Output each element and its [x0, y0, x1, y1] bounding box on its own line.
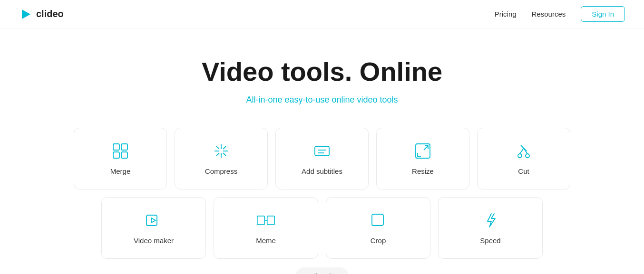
- tool-meme[interactable]: Meme: [214, 197, 318, 259]
- tool-compress[interactable]: Compress: [175, 128, 268, 189]
- tool-compress-label: Compress: [205, 167, 237, 175]
- cut-icon: [514, 142, 533, 161]
- svg-point-18: [518, 154, 522, 158]
- svg-line-20: [520, 148, 524, 154]
- all-tools-button[interactable]: All tools: [295, 267, 349, 274]
- resize-icon: [413, 142, 432, 161]
- tool-resize[interactable]: Resize: [376, 128, 469, 189]
- svg-line-9: [216, 146, 219, 149]
- tool-subtitles-label: Add subtitles: [302, 167, 342, 175]
- all-tools-wrap: All tools: [70, 267, 574, 274]
- logo[interactable]: clideo: [19, 8, 64, 21]
- svg-line-12: [216, 153, 219, 156]
- svg-line-10: [223, 153, 226, 156]
- svg-line-11: [223, 146, 226, 149]
- merge-icon: [111, 142, 130, 161]
- svg-marker-0: [22, 9, 30, 19]
- svg-rect-3: [113, 152, 119, 158]
- svg-rect-25: [257, 216, 264, 225]
- tool-add-subtitles[interactable]: Add subtitles: [275, 128, 369, 189]
- tools-row-1: Merge Compress: [70, 124, 574, 193]
- tools-row-2: Video maker Meme Crop: [70, 193, 574, 263]
- speed-icon: [481, 211, 500, 230]
- tool-speed-label: Speed: [480, 236, 500, 245]
- subtitles-icon: [312, 142, 332, 161]
- hero-section: Video tools. Online All-in-one easy-to-u…: [0, 28, 644, 124]
- svg-rect-2: [121, 144, 127, 150]
- svg-marker-24: [151, 218, 156, 223]
- svg-line-22: [521, 145, 527, 151]
- tool-resize-label: Resize: [412, 167, 434, 175]
- compress-icon: [212, 142, 231, 161]
- nav-pricing[interactable]: Pricing: [495, 10, 517, 18]
- svg-point-19: [526, 154, 529, 158]
- svg-rect-13: [315, 146, 329, 156]
- logo-icon: [19, 8, 32, 21]
- svg-rect-28: [372, 214, 383, 226]
- tool-crop-label: Crop: [371, 236, 386, 245]
- navbar: clideo Pricing Resources Sign In: [0, 0, 644, 28]
- logo-text: clideo: [36, 9, 64, 19]
- hero-title: Video tools. Online: [10, 57, 634, 86]
- tool-cut-label: Cut: [518, 167, 529, 175]
- hero-subtitle: All-in-one easy-to-use online video tool…: [10, 95, 634, 105]
- svg-rect-4: [121, 152, 127, 158]
- tool-merge-label: Merge: [110, 167, 131, 175]
- svg-rect-1: [113, 144, 119, 150]
- sign-in-button[interactable]: Sign In: [581, 6, 625, 22]
- tool-cut[interactable]: Cut: [477, 128, 570, 189]
- meme-icon: [256, 211, 275, 230]
- tool-videomaker-label: Video maker: [134, 236, 174, 245]
- tool-speed[interactable]: Speed: [438, 197, 543, 259]
- crop-icon: [369, 211, 388, 230]
- tools-section: Merge Compress: [60, 124, 584, 274]
- tool-meme-label: Meme: [256, 236, 276, 245]
- svg-line-17: [424, 146, 428, 150]
- tool-video-maker[interactable]: Video maker: [101, 197, 206, 259]
- svg-rect-26: [267, 216, 274, 225]
- videomaker-icon: [144, 211, 163, 230]
- nav-resources[interactable]: Resources: [532, 10, 566, 18]
- tool-merge[interactable]: Merge: [74, 128, 167, 189]
- nav-right: Pricing Resources Sign In: [495, 6, 625, 22]
- tool-crop[interactable]: Crop: [326, 197, 430, 259]
